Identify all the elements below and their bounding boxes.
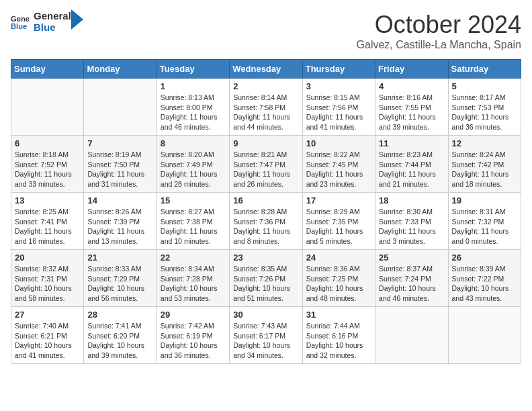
weekday-header-monday: Monday: [84, 60, 157, 79]
calendar-cell: 2Sunrise: 8:14 AMSunset: 7:58 PMDaylight…: [230, 79, 302, 136]
calendar-table: SundayMondayTuesdayWednesdayThursdayFrid…: [11, 59, 521, 364]
day-info: Sunrise: 8:24 AMSunset: 7:42 PMDaylight:…: [452, 150, 517, 189]
day-info: Sunrise: 8:18 AMSunset: 7:52 PMDaylight:…: [15, 150, 80, 189]
location-title: Galvez, Castille-La Mancha, Spain: [357, 39, 521, 51]
weekday-header-tuesday: Tuesday: [157, 60, 229, 79]
day-info: Sunrise: 8:21 AMSunset: 7:47 PMDaylight:…: [233, 150, 298, 189]
day-number: 24: [306, 253, 371, 263]
calendar-cell: 13Sunrise: 8:25 AMSunset: 7:41 PMDayligh…: [11, 193, 84, 250]
day-info: Sunrise: 8:29 AMSunset: 7:35 PMDaylight:…: [306, 207, 371, 246]
calendar-week-row: 20Sunrise: 8:32 AMSunset: 7:31 PMDayligh…: [11, 250, 521, 307]
logo-blue: Blue: [34, 22, 71, 34]
day-info: Sunrise: 8:30 AMSunset: 7:33 PMDaylight:…: [379, 207, 444, 246]
calendar-cell: 3Sunrise: 8:15 AMSunset: 7:56 PMDaylight…: [302, 79, 375, 136]
svg-text:General: General: [11, 14, 30, 22]
weekday-header-wednesday: Wednesday: [230, 60, 302, 79]
calendar-cell: 4Sunrise: 8:16 AMSunset: 7:55 PMDaylight…: [375, 79, 448, 136]
day-info: Sunrise: 7:43 AMSunset: 6:17 PMDaylight:…: [233, 321, 298, 361]
day-number: 11: [379, 138, 444, 148]
calendar-week-row: 27Sunrise: 7:40 AMSunset: 6:21 PMDayligh…: [11, 307, 521, 364]
day-number: 12: [452, 138, 517, 148]
calendar-cell: 18Sunrise: 8:30 AMSunset: 7:33 PMDayligh…: [375, 193, 448, 250]
calendar-cell: 16Sunrise: 8:28 AMSunset: 7:36 PMDayligh…: [230, 193, 302, 250]
day-number: 15: [161, 195, 226, 205]
day-info: Sunrise: 8:36 AMSunset: 7:25 PMDaylight:…: [306, 264, 371, 304]
calendar-cell: 28Sunrise: 7:41 AMSunset: 6:20 PMDayligh…: [84, 307, 157, 364]
calendar-cell: 24Sunrise: 8:36 AMSunset: 7:25 PMDayligh…: [302, 250, 375, 307]
day-number: 18: [379, 195, 444, 205]
calendar-cell: 27Sunrise: 7:40 AMSunset: 6:21 PMDayligh…: [11, 307, 84, 364]
day-info: Sunrise: 8:35 AMSunset: 7:26 PMDaylight:…: [233, 264, 298, 304]
calendar-cell: [84, 79, 157, 136]
weekday-header-friday: Friday: [375, 60, 448, 79]
calendar-cell: 26Sunrise: 8:39 AMSunset: 7:22 PMDayligh…: [448, 250, 521, 307]
calendar-cell: 19Sunrise: 8:31 AMSunset: 7:32 PMDayligh…: [448, 193, 521, 250]
day-number: 8: [161, 138, 226, 148]
day-number: 14: [87, 195, 152, 205]
weekday-header-thursday: Thursday: [302, 60, 375, 79]
day-number: 2: [233, 81, 298, 91]
day-info: Sunrise: 8:20 AMSunset: 7:49 PMDaylight:…: [161, 150, 226, 189]
day-number: 22: [161, 253, 226, 263]
calendar-cell: 7Sunrise: 8:19 AMSunset: 7:50 PMDaylight…: [84, 136, 157, 193]
calendar-cell: 17Sunrise: 8:29 AMSunset: 7:35 PMDayligh…: [302, 193, 375, 250]
title-block: October 2024 Galvez, Castille-La Mancha,…: [357, 11, 521, 51]
day-number: 9: [233, 138, 298, 148]
day-info: Sunrise: 8:37 AMSunset: 7:24 PMDaylight:…: [379, 264, 444, 304]
day-info: Sunrise: 8:32 AMSunset: 7:31 PMDaylight:…: [15, 264, 80, 304]
day-number: 4: [379, 81, 444, 91]
calendar-cell: 1Sunrise: 8:13 AMSunset: 8:00 PMDaylight…: [157, 79, 229, 136]
day-info: Sunrise: 8:14 AMSunset: 7:58 PMDaylight:…: [233, 93, 298, 132]
day-number: 3: [306, 81, 371, 91]
logo: General Blue General Blue: [11, 11, 83, 33]
logo-icon: General Blue: [11, 13, 30, 32]
calendar-cell: [375, 307, 448, 364]
day-number: 31: [306, 310, 371, 320]
day-info: Sunrise: 8:39 AMSunset: 7:22 PMDaylight:…: [452, 264, 517, 304]
calendar-cell: 14Sunrise: 8:26 AMSunset: 7:39 PMDayligh…: [84, 193, 157, 250]
day-number: 20: [15, 253, 80, 263]
calendar-cell: [11, 79, 84, 136]
day-info: Sunrise: 7:41 AMSunset: 6:20 PMDaylight:…: [87, 321, 152, 361]
day-number: 26: [452, 253, 517, 263]
calendar-cell: 31Sunrise: 7:44 AMSunset: 6:16 PMDayligh…: [302, 307, 375, 364]
day-number: 25: [379, 253, 444, 263]
weekday-header-sunday: Sunday: [11, 60, 84, 79]
calendar-cell: 30Sunrise: 7:43 AMSunset: 6:17 PMDayligh…: [230, 307, 302, 364]
weekday-header-saturday: Saturday: [448, 60, 521, 79]
calendar-cell: 25Sunrise: 8:37 AMSunset: 7:24 PMDayligh…: [375, 250, 448, 307]
svg-text:Blue: Blue: [11, 21, 27, 30]
day-info: Sunrise: 7:42 AMSunset: 6:19 PMDaylight:…: [161, 321, 226, 361]
day-number: 30: [233, 310, 298, 320]
calendar-cell: [448, 307, 521, 364]
calendar-cell: 8Sunrise: 8:20 AMSunset: 7:49 PMDaylight…: [157, 136, 229, 193]
day-info: Sunrise: 8:13 AMSunset: 8:00 PMDaylight:…: [161, 93, 226, 132]
day-info: Sunrise: 8:34 AMSunset: 7:28 PMDaylight:…: [161, 264, 226, 304]
day-info: Sunrise: 8:28 AMSunset: 7:36 PMDaylight:…: [233, 207, 298, 246]
day-number: 17: [306, 195, 371, 205]
calendar-cell: 11Sunrise: 8:23 AMSunset: 7:44 PMDayligh…: [375, 136, 448, 193]
calendar-cell: 21Sunrise: 8:33 AMSunset: 7:29 PMDayligh…: [84, 250, 157, 307]
day-number: 1: [161, 81, 226, 91]
day-number: 16: [233, 195, 298, 205]
day-info: Sunrise: 8:33 AMSunset: 7:29 PMDaylight:…: [87, 264, 152, 304]
day-info: Sunrise: 8:26 AMSunset: 7:39 PMDaylight:…: [87, 207, 152, 246]
day-number: 29: [161, 310, 226, 320]
day-number: 6: [15, 138, 80, 148]
day-number: 21: [87, 253, 152, 263]
day-info: Sunrise: 8:17 AMSunset: 7:53 PMDaylight:…: [452, 93, 517, 132]
day-info: Sunrise: 7:40 AMSunset: 6:21 PMDaylight:…: [15, 321, 80, 361]
calendar-cell: 20Sunrise: 8:32 AMSunset: 7:31 PMDayligh…: [11, 250, 84, 307]
svg-marker-3: [71, 9, 83, 30]
calendar-week-row: 1Sunrise: 8:13 AMSunset: 8:00 PMDaylight…: [11, 79, 521, 136]
day-number: 28: [87, 310, 152, 320]
calendar-cell: 9Sunrise: 8:21 AMSunset: 7:47 PMDaylight…: [230, 136, 302, 193]
calendar-cell: 10Sunrise: 8:22 AMSunset: 7:45 PMDayligh…: [302, 136, 375, 193]
calendar-cell: 12Sunrise: 8:24 AMSunset: 7:42 PMDayligh…: [448, 136, 521, 193]
calendar-cell: 22Sunrise: 8:34 AMSunset: 7:28 PMDayligh…: [157, 250, 229, 307]
day-number: 23: [233, 253, 298, 263]
day-info: Sunrise: 8:23 AMSunset: 7:44 PMDaylight:…: [379, 150, 444, 189]
page-header: General Blue General Blue October 2024 G…: [11, 11, 521, 51]
day-info: Sunrise: 8:22 AMSunset: 7:45 PMDaylight:…: [306, 150, 371, 189]
day-info: Sunrise: 8:15 AMSunset: 7:56 PMDaylight:…: [306, 93, 371, 132]
